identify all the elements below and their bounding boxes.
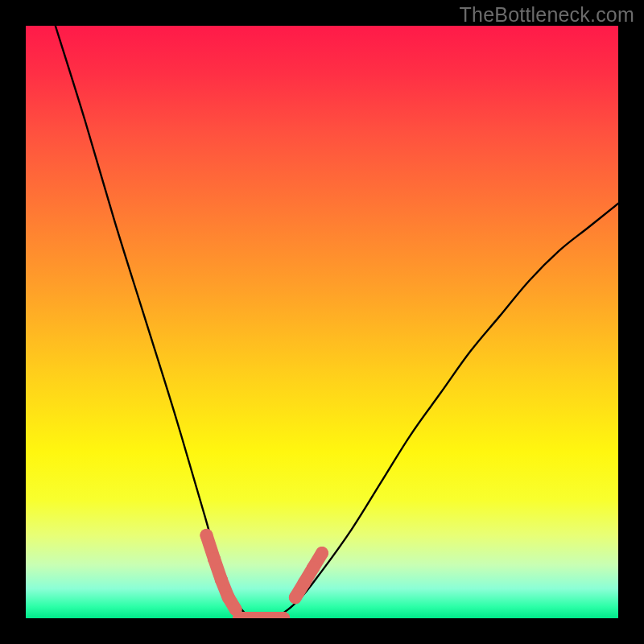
highlight-dot (316, 547, 328, 559)
highlight-dot (222, 591, 235, 604)
chart-frame: TheBottleneck.com (0, 0, 644, 644)
plot-area (26, 26, 618, 618)
highlight-markers (200, 529, 328, 618)
highlight-dot (208, 552, 221, 565)
highlight-dot (307, 561, 320, 574)
highlight-dot (200, 529, 213, 542)
highlight-dot (215, 573, 228, 586)
highlight-dot (298, 576, 311, 589)
bottleneck-curve (56, 26, 618, 618)
highlight-dot (289, 591, 302, 604)
watermark-label: TheBottleneck.com (460, 3, 634, 27)
curve-layer (26, 26, 618, 618)
